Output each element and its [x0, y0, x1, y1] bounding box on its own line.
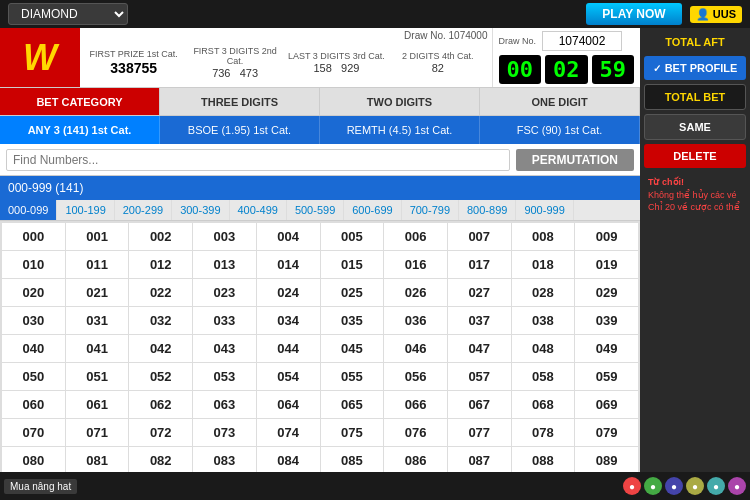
number-cell[interactable]: 082 — [129, 447, 192, 474]
number-cell[interactable]: 047 — [448, 335, 511, 362]
number-cell[interactable]: 009 — [575, 223, 638, 250]
number-cell[interactable]: 061 — [66, 391, 129, 418]
number-cell[interactable]: 042 — [129, 335, 192, 362]
bet-tab-any3[interactable]: ANY 3 (141) 1st Cat. — [0, 116, 160, 144]
number-cell[interactable]: 046 — [384, 335, 447, 362]
number-cell[interactable]: 085 — [321, 447, 384, 474]
number-cell[interactable]: 028 — [512, 279, 575, 306]
number-cell[interactable]: 024 — [257, 279, 320, 306]
number-cell[interactable]: 058 — [512, 363, 575, 390]
number-cell[interactable]: 052 — [129, 363, 192, 390]
number-cell[interactable]: 081 — [66, 447, 129, 474]
number-cell[interactable]: 063 — [193, 391, 256, 418]
number-cell[interactable]: 039 — [575, 307, 638, 334]
number-cell[interactable]: 038 — [512, 307, 575, 334]
number-cell[interactable]: 059 — [575, 363, 638, 390]
number-cell[interactable]: 068 — [512, 391, 575, 418]
tab-three-digits[interactable]: THREE DIGITS — [160, 88, 320, 115]
number-cell[interactable]: 077 — [448, 419, 511, 446]
range-tab-6[interactable]: 600-699 — [344, 200, 401, 220]
number-cell[interactable]: 015 — [321, 251, 384, 278]
number-cell[interactable]: 048 — [512, 335, 575, 362]
number-cell[interactable]: 045 — [321, 335, 384, 362]
number-cell[interactable]: 017 — [448, 251, 511, 278]
number-cell[interactable]: 014 — [257, 251, 320, 278]
number-cell[interactable]: 064 — [257, 391, 320, 418]
number-cell[interactable]: 089 — [575, 447, 638, 474]
total-bet-button[interactable]: TOTAL BET — [644, 84, 746, 110]
number-cell[interactable]: 073 — [193, 419, 256, 446]
draw-no-input[interactable] — [542, 31, 622, 51]
number-cell[interactable]: 056 — [384, 363, 447, 390]
number-cell[interactable]: 080 — [2, 447, 65, 474]
number-cell[interactable]: 078 — [512, 419, 575, 446]
number-cell[interactable]: 031 — [66, 307, 129, 334]
bet-tab-fsc[interactable]: FSC (90) 1st Cat. — [480, 116, 640, 144]
number-cell[interactable]: 041 — [66, 335, 129, 362]
number-cell[interactable]: 051 — [66, 363, 129, 390]
number-cell[interactable]: 074 — [257, 419, 320, 446]
number-cell[interactable]: 079 — [575, 419, 638, 446]
range-tab-0[interactable]: 000-099 — [0, 200, 57, 220]
number-cell[interactable]: 037 — [448, 307, 511, 334]
number-cell[interactable]: 035 — [321, 307, 384, 334]
number-cell[interactable]: 040 — [2, 335, 65, 362]
range-tab-8[interactable]: 800-899 — [459, 200, 516, 220]
number-cell[interactable]: 083 — [193, 447, 256, 474]
number-cell[interactable]: 029 — [575, 279, 638, 306]
range-tab-3[interactable]: 300-399 — [172, 200, 229, 220]
number-cell[interactable]: 060 — [2, 391, 65, 418]
number-cell[interactable]: 019 — [575, 251, 638, 278]
number-cell[interactable]: 043 — [193, 335, 256, 362]
number-cell[interactable]: 066 — [384, 391, 447, 418]
number-cell[interactable]: 084 — [257, 447, 320, 474]
number-cell[interactable]: 007 — [448, 223, 511, 250]
same-button[interactable]: SAME — [644, 114, 746, 140]
number-cell[interactable]: 075 — [321, 419, 384, 446]
number-cell[interactable]: 050 — [2, 363, 65, 390]
range-tab-1[interactable]: 100-199 — [57, 200, 114, 220]
number-cell[interactable]: 062 — [129, 391, 192, 418]
bet-tab-bsoe[interactable]: BSOE (1.95) 1st Cat. — [160, 116, 320, 144]
search-input[interactable] — [6, 149, 510, 171]
number-cell[interactable]: 057 — [448, 363, 511, 390]
number-cell[interactable]: 076 — [384, 419, 447, 446]
diamond-select[interactable]: DIAMOND — [8, 3, 128, 25]
number-cell[interactable]: 001 — [66, 223, 129, 250]
play-now-button[interactable]: PLAY NOW — [586, 3, 681, 25]
number-cell[interactable]: 012 — [129, 251, 192, 278]
number-cell[interactable]: 044 — [257, 335, 320, 362]
number-cell[interactable]: 023 — [193, 279, 256, 306]
number-cell[interactable]: 011 — [66, 251, 129, 278]
number-cell[interactable]: 010 — [2, 251, 65, 278]
range-tab-4[interactable]: 400-499 — [230, 200, 287, 220]
number-cell[interactable]: 006 — [384, 223, 447, 250]
permutation-button[interactable]: PERMUTATION — [516, 149, 634, 171]
number-cell[interactable]: 008 — [512, 223, 575, 250]
number-cell[interactable]: 067 — [448, 391, 511, 418]
number-cell[interactable]: 004 — [257, 223, 320, 250]
range-tab-9[interactable]: 900-999 — [516, 200, 573, 220]
tab-bet-category[interactable]: BET CATEGORY — [0, 88, 160, 115]
number-cell[interactable]: 016 — [384, 251, 447, 278]
tab-two-digits[interactable]: TWO DIGITS — [320, 88, 480, 115]
number-cell[interactable]: 002 — [129, 223, 192, 250]
number-cell[interactable]: 065 — [321, 391, 384, 418]
number-cell[interactable]: 022 — [129, 279, 192, 306]
number-cell[interactable]: 072 — [129, 419, 192, 446]
number-cell[interactable]: 000 — [2, 223, 65, 250]
number-cell[interactable]: 021 — [66, 279, 129, 306]
number-cell[interactable]: 055 — [321, 363, 384, 390]
number-cell[interactable]: 086 — [384, 447, 447, 474]
number-cell[interactable]: 070 — [2, 419, 65, 446]
number-cell[interactable]: 053 — [193, 363, 256, 390]
number-cell[interactable]: 088 — [512, 447, 575, 474]
number-cell[interactable]: 032 — [129, 307, 192, 334]
bet-profile-button[interactable]: ✓ BET PROFILE — [644, 56, 746, 80]
range-tab-7[interactable]: 700-799 — [402, 200, 459, 220]
number-cell[interactable]: 049 — [575, 335, 638, 362]
number-cell[interactable]: 018 — [512, 251, 575, 278]
number-cell[interactable]: 033 — [193, 307, 256, 334]
taskbar-item-main[interactable]: Mua nâng hat — [4, 479, 77, 494]
range-tab-2[interactable]: 200-299 — [115, 200, 172, 220]
